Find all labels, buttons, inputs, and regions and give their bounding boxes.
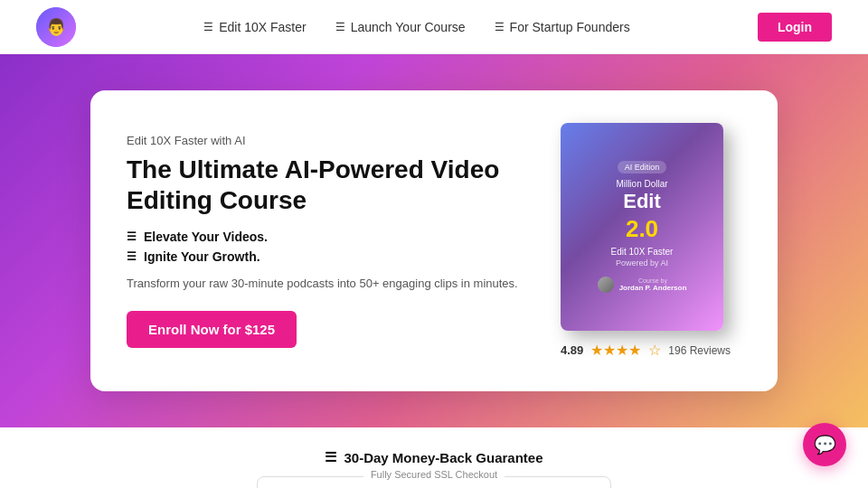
nav-launch-icon: ☰ [335,21,345,33]
book-version: 2.0 [626,215,658,243]
ssl-box: Fully Secured SSL Checkout SSL 🛡 256 BIT… [257,476,611,488]
book-edit-title: Edit [623,191,661,212]
feature-1-text: Elevate Your Videos. [144,230,268,244]
guarantee-row: ☰ 30-Day Money-Back Guarantee [36,449,832,465]
nav-edit-label: Edit 10X Faster [219,20,307,34]
hero-eyebrow: Edit 10X Faster with AI [127,134,524,147]
guarantee-icon: ☰ [325,449,336,465]
nav-startup-label: For Startup Founders [510,20,630,34]
logo-area: 👨 [36,7,76,47]
trust-section: ☰ 30-Day Money-Back Guarantee Fully Secu… [0,427,868,488]
book-author-avatar [598,277,614,293]
feature-1-icon: ☰ [127,230,137,243]
book-author-name: Jordan P. Anderson [619,284,687,292]
chat-icon: 💬 [814,434,836,455]
book-author-text: Course by Jordan P. Anderson [619,277,687,292]
nav-edit-icon: ☰ [203,21,213,33]
feature-2-icon: ☰ [127,250,137,263]
book-million-dollar: Million Dollar [616,179,667,189]
nav-edit[interactable]: ☰ Edit 10X Faster [203,20,307,34]
nav-launch-label: Launch Your Course [351,20,466,34]
hero-title: The Ultimate AI-Powered Video Editing Co… [127,155,524,215]
nav-startup[interactable]: ☰ For Startup Founders [495,20,630,34]
hero-card: Edit 10X Faster with AI The Ultimate AI-… [90,90,778,391]
hero-description: Transform your raw 30-minute podcasts in… [127,275,524,293]
book-ai-badge: AI Edition [618,161,667,174]
enroll-button[interactable]: Enroll Now for $125 [127,311,297,348]
book-cover: AI Edition Million Dollar Edit 2.0 Edit … [561,123,723,331]
book-course-by: Course by [619,277,687,284]
guarantee-text: 30-Day Money-Back Guarantee [344,450,542,465]
main-nav: ☰ Edit 10X Faster ☰ Launch Your Course ☰… [203,20,629,34]
stars-full: ★★★★ [590,342,641,359]
login-button[interactable]: Login [758,13,832,42]
rating-score: 4.89 [561,343,583,357]
ssl-label: Fully Secured SSL Checkout [363,469,505,480]
hero-feature-2: ☰ Ignite Your Growth. [127,249,524,264]
hero-section: Edit 10X Faster with AI The Ultimate AI-… [0,54,868,427]
hero-feature-1: ☰ Elevate Your Videos. [127,230,524,244]
book-powered: Powered by AI [616,258,668,267]
feature-2-text: Ignite Your Growth. [144,249,260,264]
star-half: ☆ [648,342,661,359]
logo-avatar: 👨 [36,7,76,47]
header: 👨 ☰ Edit 10X Faster ☰ Launch Your Course… [0,0,868,54]
hero-book-image: AI Edition Million Dollar Edit 2.0 Edit … [561,123,741,359]
chat-bubble[interactable]: 💬 [803,423,846,466]
book-author-row: Course by Jordan P. Anderson [598,277,687,293]
book-subtitle: Edit 10X Faster [611,247,674,257]
reviews-count: 196 Reviews [668,344,731,357]
svg-text:👨: 👨 [46,17,67,37]
nav-launch[interactable]: ☰ Launch Your Course [335,20,466,34]
rating-row: 4.89 ★★★★☆ 196 Reviews [561,342,741,359]
hero-content: Edit 10X Faster with AI The Ultimate AI-… [127,134,524,348]
nav-startup-icon: ☰ [495,21,505,33]
